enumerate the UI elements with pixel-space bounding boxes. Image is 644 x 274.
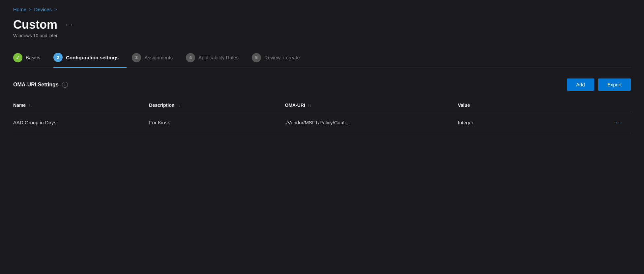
step-label-configuration: Configuration settings — [66, 55, 119, 60]
steps-nav: ✓ Basics 2 Configuration settings 3 Assi… — [13, 49, 631, 68]
more-options-button[interactable]: ··· — [63, 19, 76, 30]
step-label-assignments: Assignments — [144, 55, 173, 60]
sort-icon-name[interactable]: ↑↓ — [28, 104, 32, 107]
cell-value: Integer — [458, 112, 594, 133]
row-more-options-button[interactable]: ··· — [613, 117, 626, 128]
sort-icon-oma-uri[interactable]: ↑↓ — [308, 104, 311, 107]
step-label-applicability: Applicability Rules — [198, 55, 239, 60]
step-number-review: 5 — [255, 55, 257, 60]
breadcrumb-home[interactable]: Home — [13, 7, 26, 12]
cell-oma-uri: ./Vendor/MSFT/Policy/Confi... — [285, 112, 458, 133]
add-button[interactable]: Add — [567, 78, 594, 91]
action-buttons: Add Export — [567, 78, 631, 91]
oma-uri-section-title: OMA-URI Settings — [13, 82, 59, 88]
step-number-assignments: 3 — [135, 55, 138, 60]
breadcrumb-sep-2: > — [54, 7, 57, 12]
breadcrumb-sep-1: > — [29, 7, 32, 12]
checkmark-icon: ✓ — [16, 55, 20, 60]
col-header-oma-uri: OMA-URI ↑↓ — [285, 99, 458, 112]
table-header-row: Name ↑↓ Description ↑↓ OMA-URI ↑↓ — [13, 99, 631, 112]
step-badge-assignments: 3 — [132, 53, 141, 62]
cell-actions: ··· — [594, 112, 631, 133]
page-subtitle: Windows 10 and later — [13, 33, 631, 38]
breadcrumb-devices[interactable]: Devices — [34, 7, 52, 12]
step-badge-basics: ✓ — [13, 53, 22, 62]
cell-name: AAD Group in Days — [13, 112, 149, 133]
info-icon[interactable]: i — [62, 82, 68, 88]
step-applicability-rules[interactable]: 4 Applicability Rules — [186, 49, 247, 68]
step-review-create[interactable]: 5 Review + create — [252, 49, 308, 68]
step-label-basics: Basics — [26, 55, 40, 60]
col-header-value: Value — [458, 99, 594, 112]
breadcrumb: Home > Devices > — [13, 7, 631, 12]
step-badge-configuration: 2 — [53, 53, 63, 62]
step-number-configuration: 2 — [57, 55, 59, 60]
table-row: AAD Group in Days For Kiosk ./Vendor/MSF… — [13, 112, 631, 133]
step-assignments[interactable]: 3 Assignments — [132, 49, 181, 68]
page-header: Custom ··· Windows 10 and later — [13, 17, 631, 38]
step-badge-applicability: 4 — [186, 53, 195, 62]
oma-uri-table: Name ↑↓ Description ↑↓ OMA-URI ↑↓ — [13, 99, 631, 133]
sort-icon-description[interactable]: ↑↓ — [177, 104, 181, 107]
export-button[interactable]: Export — [598, 78, 631, 91]
step-number-applicability: 4 — [189, 55, 191, 60]
page-title: Custom — [13, 17, 57, 32]
col-header-actions — [594, 99, 631, 112]
step-configuration-settings[interactable]: 2 Configuration settings — [53, 49, 127, 68]
cell-description: For Kiosk — [149, 112, 285, 133]
oma-uri-section: OMA-URI Settings i Add Export Name ↑↓ De… — [13, 78, 631, 133]
step-label-review: Review + create — [264, 55, 300, 60]
step-basics[interactable]: ✓ Basics — [13, 49, 48, 68]
col-header-description: Description ↑↓ — [149, 99, 285, 112]
col-header-name: Name ↑↓ — [13, 99, 149, 112]
step-badge-review: 5 — [252, 53, 261, 62]
